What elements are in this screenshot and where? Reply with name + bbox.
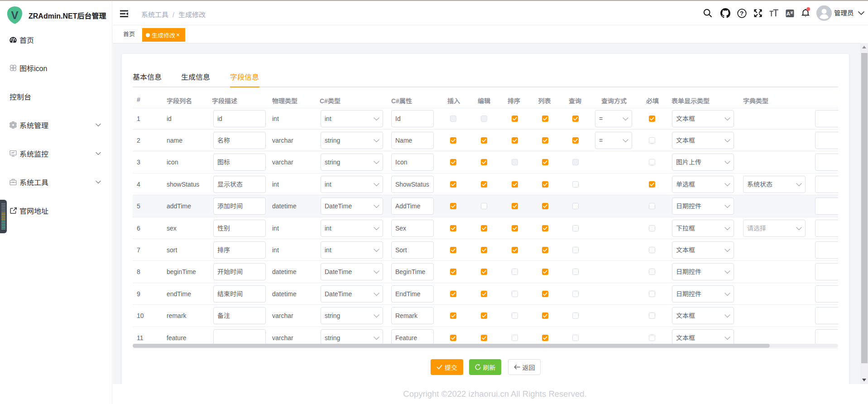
svg-text:V: V [11, 9, 18, 21]
svg-text:A: A [786, 11, 790, 16]
